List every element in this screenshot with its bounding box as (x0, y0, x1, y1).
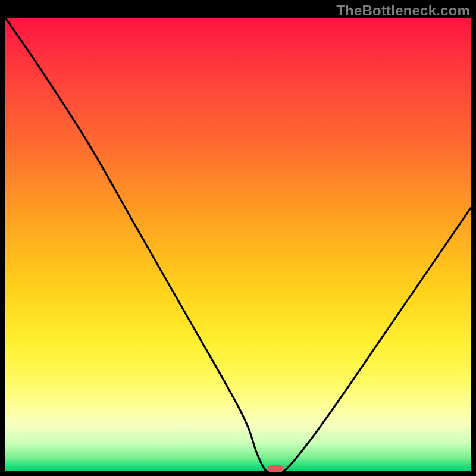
plot-area (5, 18, 471, 471)
bottleneck-curve-path (5, 18, 471, 473)
watermark-text: TheBottleneck.com (336, 2, 470, 19)
curve-svg (5, 18, 471, 471)
chart-frame: TheBottleneck.com (0, 0, 476, 476)
optimum-marker (268, 465, 283, 472)
